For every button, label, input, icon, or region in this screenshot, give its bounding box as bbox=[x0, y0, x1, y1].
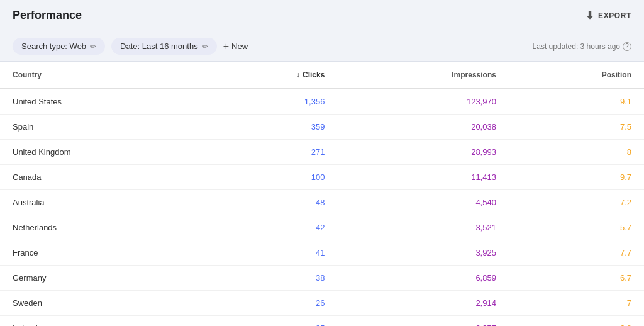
clicks-cell: 359 bbox=[205, 115, 337, 140]
search-type-edit-icon: ✏ bbox=[90, 42, 96, 51]
table-row: Germany386,8596.7 bbox=[0, 266, 644, 291]
table-row: Spain35920,0387.5 bbox=[0, 115, 644, 140]
country-cell: Australia bbox=[0, 190, 205, 215]
country-cell: Sweden bbox=[0, 291, 205, 316]
impressions-cell: 6,859 bbox=[337, 266, 509, 291]
impressions-cell: 11,413 bbox=[337, 165, 509, 190]
clicks-cell: 271 bbox=[205, 140, 337, 165]
country-cell: United Kingdom bbox=[0, 140, 205, 165]
plus-icon: + bbox=[223, 41, 229, 52]
position-cell: 7.7 bbox=[509, 240, 644, 266]
table-header-row: Country ↓Clicks Impressions Position bbox=[0, 62, 644, 89]
position-cell: 9.1 bbox=[509, 89, 644, 115]
table-row: France413,9257.7 bbox=[0, 240, 644, 266]
impressions-cell: 3,521 bbox=[337, 215, 509, 240]
new-button[interactable]: + New bbox=[223, 41, 248, 52]
last-updated-area: Last updated: 3 hours ago ? bbox=[533, 42, 631, 51]
country-cell: Ireland bbox=[0, 316, 205, 327]
position-cell: 6.7 bbox=[509, 266, 644, 291]
position-cell: 5.7 bbox=[509, 215, 644, 240]
clicks-cell: 1,356 bbox=[205, 89, 337, 115]
table-row: Netherlands423,5215.7 bbox=[0, 215, 644, 240]
filters-left: Search type: Web ✏ Date: Last 16 months … bbox=[13, 38, 248, 55]
position-cell: 8 bbox=[509, 140, 644, 165]
impressions-cell: 2,914 bbox=[337, 291, 509, 316]
impressions-cell: 2,377 bbox=[337, 316, 509, 327]
impressions-cell: 4,540 bbox=[337, 190, 509, 215]
page: Performance ⬇ EXPORT Search type: Web ✏ … bbox=[0, 0, 644, 326]
table-body: United States1,356123,9709.1Spain35920,0… bbox=[0, 89, 644, 326]
impressions-column-header[interactable]: Impressions bbox=[337, 62, 509, 89]
clicks-cell: 25 bbox=[205, 316, 337, 327]
country-cell: France bbox=[0, 240, 205, 266]
position-cell: 6.8 bbox=[509, 316, 644, 327]
table-row: United Kingdom27128,9938 bbox=[0, 140, 644, 165]
clicks-cell: 38 bbox=[205, 266, 337, 291]
position-cell: 7 bbox=[509, 291, 644, 316]
position-cell: 7.2 bbox=[509, 190, 644, 215]
table-row: United States1,356123,9709.1 bbox=[0, 89, 644, 115]
page-title: Performance bbox=[13, 9, 82, 22]
last-updated-text: Last updated: 3 hours ago bbox=[533, 42, 620, 51]
filters-bar: Search type: Web ✏ Date: Last 16 months … bbox=[0, 31, 644, 62]
table-row: Australia484,5407.2 bbox=[0, 190, 644, 215]
country-cell: Netherlands bbox=[0, 215, 205, 240]
impressions-cell: 123,970 bbox=[337, 89, 509, 115]
date-edit-icon: ✏ bbox=[202, 42, 208, 51]
clicks-cell: 100 bbox=[205, 165, 337, 190]
country-cell: Spain bbox=[0, 115, 205, 140]
data-table-container: Country ↓Clicks Impressions Position Uni… bbox=[0, 62, 644, 326]
export-icon: ⬇ bbox=[586, 9, 594, 21]
table-row: Sweden262,9147 bbox=[0, 291, 644, 316]
position-cell: 9.7 bbox=[509, 165, 644, 190]
position-column-header[interactable]: Position bbox=[509, 62, 644, 89]
date-filter[interactable]: Date: Last 16 months ✏ bbox=[111, 38, 217, 55]
impressions-cell: 20,038 bbox=[337, 115, 509, 140]
clicks-cell: 26 bbox=[205, 291, 337, 316]
impressions-cell: 28,993 bbox=[337, 140, 509, 165]
search-type-filter[interactable]: Search type: Web ✏ bbox=[13, 38, 105, 55]
clicks-cell: 48 bbox=[205, 190, 337, 215]
search-type-label: Search type: Web bbox=[21, 42, 86, 51]
info-icon[interactable]: ? bbox=[623, 42, 631, 51]
export-label: EXPORT bbox=[598, 11, 631, 20]
performance-table: Country ↓Clicks Impressions Position Uni… bbox=[0, 62, 644, 326]
clicks-cell: 41 bbox=[205, 240, 337, 266]
export-button[interactable]: ⬇ EXPORT bbox=[586, 9, 631, 21]
clicks-column-header[interactable]: ↓Clicks bbox=[205, 62, 337, 89]
impressions-cell: 3,925 bbox=[337, 240, 509, 266]
country-cell: Canada bbox=[0, 165, 205, 190]
clicks-cell: 42 bbox=[205, 215, 337, 240]
country-cell: Germany bbox=[0, 266, 205, 291]
table-row: Ireland252,3776.8 bbox=[0, 316, 644, 327]
date-label: Date: Last 16 months bbox=[120, 42, 198, 51]
sort-arrow-icon: ↓ bbox=[296, 70, 300, 79]
new-label: New bbox=[231, 42, 248, 51]
header: Performance ⬇ EXPORT bbox=[0, 0, 644, 31]
country-cell: United States bbox=[0, 89, 205, 115]
country-column-header: Country bbox=[0, 62, 205, 89]
position-cell: 7.5 bbox=[509, 115, 644, 140]
table-row: Canada10011,4139.7 bbox=[0, 165, 644, 190]
